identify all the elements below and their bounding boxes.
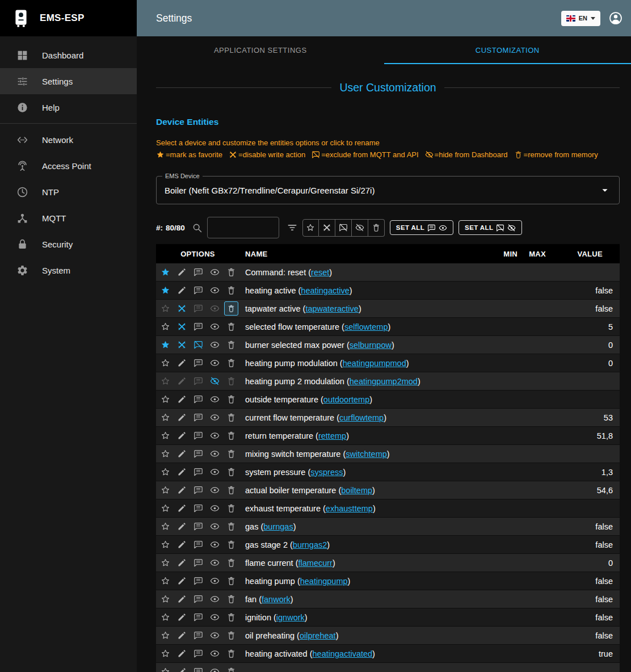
rename-icon[interactable]: [174, 590, 190, 608]
rename-icon[interactable]: [174, 282, 190, 300]
table-row[interactable]: heating activated (heatingactivated)true: [156, 645, 620, 663]
mqtt-exclude-icon[interactable]: [190, 499, 207, 518]
visibility-icon[interactable]: [207, 518, 223, 536]
visibility-icon[interactable]: [207, 390, 223, 409]
delete-icon[interactable]: [223, 282, 239, 300]
rename-icon[interactable]: [174, 554, 190, 572]
filter-favorite-toggle[interactable]: [302, 219, 319, 237]
sidebar-item-security[interactable]: Security: [0, 231, 137, 257]
mqtt-exclude-icon[interactable]: [190, 390, 207, 409]
rename-icon[interactable]: [174, 354, 190, 372]
visibility-icon[interactable]: [207, 481, 223, 499]
rename-icon[interactable]: [174, 427, 190, 445]
entity-code-link[interactable]: ignwork: [276, 613, 305, 622]
entity-name[interactable]: heating pump modulation (heatingpumpmod): [239, 359, 489, 368]
entity-name[interactable]: actual boiler temperature (boiltemp): [239, 486, 489, 495]
rename-icon[interactable]: [174, 499, 190, 518]
visibility-icon[interactable]: [207, 645, 223, 663]
table-row[interactable]: [156, 663, 620, 672]
mqtt-exclude-icon[interactable]: [190, 354, 207, 372]
mqtt-exclude-icon[interactable]: [190, 409, 207, 427]
visibility-icon[interactable]: [207, 572, 223, 590]
table-row[interactable]: tapwater active (tapwateractive)false: [156, 300, 620, 318]
visibility-icon[interactable]: [207, 409, 223, 427]
table-row[interactable]: gas stage 2 (burngas2)false: [156, 536, 620, 554]
entity-name[interactable]: heating active (heatingactive): [239, 286, 489, 295]
favorite-icon[interactable]: [157, 663, 174, 672]
table-row[interactable]: heating pump modulation (heatingpumpmod)…: [156, 354, 620, 372]
entity-code-link[interactable]: heatingactivated: [313, 649, 373, 658]
entity-name[interactable]: ignition (ignwork): [239, 613, 489, 622]
favorite-icon[interactable]: [157, 536, 174, 554]
rename-icon[interactable]: [174, 372, 190, 390]
sidebar-item-network[interactable]: Network: [0, 127, 137, 153]
entity-code-link[interactable]: burngas: [263, 522, 293, 531]
favorite-icon[interactable]: [157, 554, 174, 572]
rename-icon[interactable]: [174, 645, 190, 663]
entity-code-link[interactable]: exhausttemp: [326, 504, 373, 513]
delete-icon[interactable]: [223, 536, 239, 554]
favorite-icon[interactable]: [157, 463, 174, 481]
favorite-icon[interactable]: [157, 445, 174, 463]
favorite-icon[interactable]: [157, 427, 174, 445]
sidebar-item-help[interactable]: Help: [0, 94, 137, 120]
entity-code-link[interactable]: reset: [311, 268, 329, 277]
visibility-icon[interactable]: [207, 427, 223, 445]
mqtt-exclude-icon[interactable]: [190, 536, 207, 554]
visibility-icon[interactable]: [207, 372, 223, 390]
mqtt-exclude-icon[interactable]: [190, 445, 207, 463]
entity-name[interactable]: burner selected max power (selburnpow): [239, 341, 489, 350]
filter-hidden-toggle[interactable]: [352, 219, 368, 237]
entities-search-input[interactable]: [207, 217, 279, 238]
rename-icon[interactable]: [174, 445, 190, 463]
delete-icon[interactable]: [223, 481, 239, 499]
sidebar-item-settings[interactable]: Settings: [0, 68, 137, 94]
favorite-icon[interactable]: [157, 572, 174, 590]
favorite-icon[interactable]: [157, 336, 174, 354]
table-row[interactable]: exhaust temperature (exhausttemp): [156, 499, 620, 518]
rename-icon[interactable]: [174, 572, 190, 590]
mqtt-exclude-icon[interactable]: [190, 336, 207, 354]
mqtt-exclude-icon[interactable]: [190, 372, 207, 390]
visibility-icon[interactable]: [207, 463, 223, 481]
rename-icon[interactable]: [174, 463, 190, 481]
entity-name[interactable]: tapwater active (tapwateractive): [239, 304, 489, 313]
mqtt-exclude-icon[interactable]: [190, 282, 207, 300]
mqtt-exclude-icon[interactable]: [190, 318, 207, 336]
entity-code-link[interactable]: flamecurr: [298, 558, 332, 568]
rename-icon[interactable]: [174, 608, 190, 627]
entity-code-link[interactable]: boiltemp: [341, 486, 372, 495]
delete-icon[interactable]: [224, 301, 238, 316]
filter-mqtt-excluded-toggle[interactable]: [335, 219, 352, 237]
sidebar-item-access-point[interactable]: Access Point: [0, 153, 137, 179]
table-row[interactable]: flame current (flamecurr)0: [156, 554, 620, 572]
favorite-icon[interactable]: [157, 318, 174, 336]
mqtt-exclude-icon[interactable]: [190, 590, 207, 608]
visibility-icon[interactable]: [207, 536, 223, 554]
entity-code-link[interactable]: syspress: [310, 468, 343, 477]
visibility-icon[interactable]: [207, 263, 223, 282]
table-row[interactable]: fan (fanwork)false: [156, 590, 620, 608]
rename-icon[interactable]: [174, 663, 190, 672]
delete-icon[interactable]: [223, 627, 239, 645]
delete-icon[interactable]: [223, 409, 239, 427]
entity-name[interactable]: heating pump (heatingpump): [239, 577, 489, 586]
sidebar-item-dashboard[interactable]: Dashboard: [0, 42, 137, 68]
delete-icon[interactable]: [223, 663, 239, 672]
delete-icon[interactable]: [223, 518, 239, 536]
mqtt-exclude-icon[interactable]: [190, 300, 207, 318]
entity-name[interactable]: fan (fanwork): [239, 595, 489, 604]
rename-icon[interactable]: [174, 518, 190, 536]
favorite-icon[interactable]: [157, 372, 174, 390]
table-row[interactable]: mixing switch temperature (switchtemp): [156, 445, 620, 463]
entity-name[interactable]: oil preheating (oilpreheat): [239, 631, 489, 640]
entity-code-link[interactable]: heatingpump: [300, 577, 348, 586]
tab-application-settings[interactable]: APPLICATION SETTINGS: [137, 36, 384, 64]
visibility-icon[interactable]: [207, 300, 223, 318]
visibility-icon[interactable]: [207, 590, 223, 608]
entity-name[interactable]: current flow temperature (curflowtemp): [239, 413, 489, 422]
entity-name[interactable]: heating activated (heatingactivated): [239, 649, 489, 658]
mqtt-exclude-icon[interactable]: [190, 572, 207, 590]
mqtt-exclude-icon[interactable]: [190, 627, 207, 645]
entity-code-link[interactable]: tapwateractive: [305, 304, 359, 313]
